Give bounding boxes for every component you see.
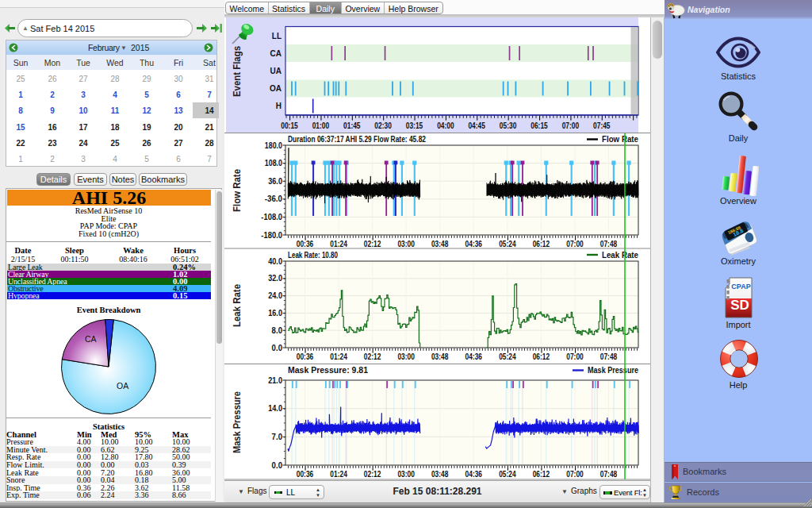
- svg-text:0.0: 0.0: [272, 461, 283, 470]
- svg-text:-36.0: -36.0: [265, 194, 283, 203]
- svg-text:03:15: 03:15: [406, 121, 423, 130]
- svg-text:04:36: 04:36: [465, 240, 483, 248]
- svg-text:05:24: 05:24: [499, 470, 516, 479]
- svg-text:07:00: 07:00: [566, 352, 584, 361]
- svg-text:-108.0: -108.0: [261, 213, 282, 221]
- svg-text:06:12: 06:12: [533, 352, 550, 361]
- svg-text:01:24: 01:24: [330, 240, 347, 248]
- svg-text:05:24: 05:24: [499, 240, 516, 248]
- svg-text:00:36: 00:36: [297, 240, 314, 248]
- svg-text:Mask Pressure: Mask Pressure: [232, 391, 243, 453]
- svg-text:05:24: 05:24: [499, 352, 516, 361]
- svg-text:14.0: 14.0: [268, 404, 282, 413]
- svg-text:32.0: 32.0: [268, 274, 282, 283]
- svg-text:SD: SD: [730, 298, 749, 313]
- svg-text:04:36: 04:36: [465, 470, 483, 479]
- svg-text:00:36: 00:36: [297, 352, 314, 361]
- svg-text:108.0: 108.0: [265, 159, 283, 167]
- svg-text:07:00: 07:00: [566, 470, 584, 479]
- svg-text:04:00: 04:00: [437, 121, 454, 130]
- svg-text:CA: CA: [270, 49, 282, 58]
- svg-text:06:12: 06:12: [533, 470, 550, 479]
- svg-text:7.0: 7.0: [272, 433, 283, 441]
- svg-text:07:00: 07:00: [566, 240, 584, 248]
- svg-text:02:30: 02:30: [374, 121, 392, 130]
- svg-text:H: H: [276, 102, 282, 110]
- svg-text:180.0: 180.0: [265, 141, 283, 150]
- svg-text:Flow Rate: Flow Rate: [602, 135, 638, 144]
- svg-text:OA: OA: [270, 84, 282, 93]
- svg-text:03:00: 03:00: [397, 240, 415, 248]
- svg-text:07:48: 07:48: [600, 240, 618, 248]
- svg-text:01:24: 01:24: [330, 470, 347, 479]
- svg-text:40.0: 40.0: [268, 257, 282, 266]
- svg-text:Leak Rate: Leak Rate: [602, 251, 638, 260]
- svg-text:Event Flags: Event Flags: [232, 46, 243, 97]
- svg-text:OA: OA: [117, 381, 128, 391]
- svg-text:07:48: 07:48: [600, 352, 618, 361]
- svg-text:03:48: 03:48: [431, 352, 449, 361]
- svg-text:0.0: 0.0: [272, 344, 283, 352]
- svg-text:07:48: 07:48: [600, 470, 618, 479]
- svg-text:04:36: 04:36: [465, 352, 483, 361]
- svg-text:CPAP: CPAP: [731, 283, 750, 291]
- svg-text:8.0: 8.0: [272, 326, 283, 335]
- svg-text:01:24: 01:24: [330, 352, 347, 361]
- svg-text:03:48: 03:48: [431, 470, 449, 479]
- svg-text:06:15: 06:15: [530, 121, 548, 130]
- svg-text:Mask Pressure: Mask Pressure: [588, 366, 638, 375]
- svg-text:03:00: 03:00: [397, 470, 415, 479]
- svg-text:05:30: 05:30: [500, 121, 517, 130]
- svg-text:00:36: 00:36: [297, 470, 314, 479]
- svg-text:01:00: 01:00: [312, 121, 330, 130]
- svg-text:03:00: 03:00: [397, 352, 415, 361]
- svg-text:06:12: 06:12: [533, 240, 550, 248]
- svg-text:04:45: 04:45: [468, 121, 485, 130]
- svg-text:CA: CA: [85, 334, 97, 344]
- svg-text:Duration 06:37:17 AHI 5.29 Flo: Duration 06:37:17 AHI 5.29 Flow Rate: 45…: [288, 135, 426, 144]
- svg-text:01:45: 01:45: [343, 121, 361, 130]
- svg-text:LL: LL: [272, 32, 282, 40]
- svg-text:Leak Rate: 10.80: Leak Rate: 10.80: [288, 251, 338, 260]
- svg-text:07:00: 07:00: [562, 121, 580, 130]
- svg-text:Leak Rate: Leak Rate: [232, 284, 243, 327]
- svg-text:Flow Rate: Flow Rate: [232, 169, 243, 212]
- svg-text:36.0: 36.0: [268, 177, 282, 186]
- svg-text:07:45: 07:45: [593, 121, 611, 130]
- svg-text:02:12: 02:12: [364, 352, 381, 361]
- svg-text:UA: UA: [270, 67, 282, 75]
- svg-text:02:12: 02:12: [364, 240, 381, 248]
- svg-text:-180.0: -180.0: [261, 231, 282, 240]
- svg-text:Mask Pressure: 9.81: Mask Pressure: 9.81: [288, 366, 368, 375]
- svg-text:21.0: 21.0: [268, 376, 282, 385]
- svg-text:24.0: 24.0: [268, 291, 282, 300]
- svg-text:00:15: 00:15: [281, 121, 298, 130]
- svg-text:16.0: 16.0: [268, 309, 282, 318]
- svg-text:03:48: 03:48: [431, 240, 449, 248]
- svg-text:02:12: 02:12: [364, 470, 381, 479]
